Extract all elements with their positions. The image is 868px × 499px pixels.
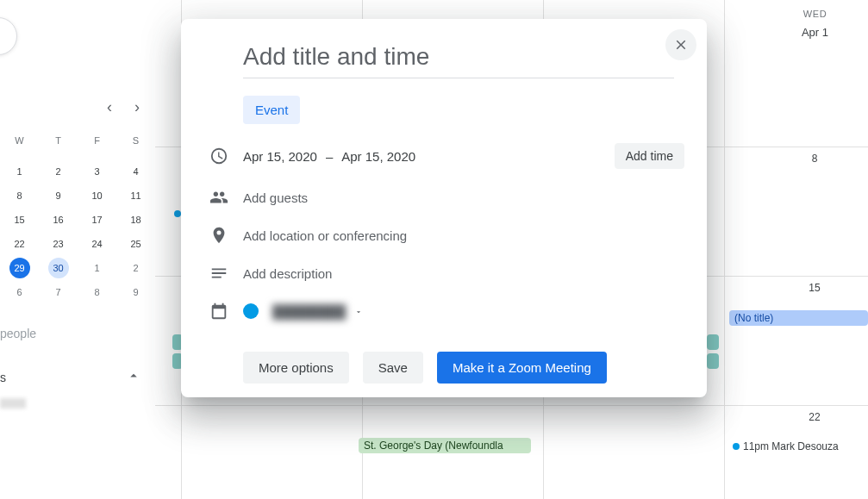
sidebar: ‹ › WTFS 1234891011151617182223242529301…	[0, 0, 155, 499]
mini-cal-day[interactable]: 23	[39, 232, 78, 256]
people-icon	[209, 188, 228, 207]
mini-cal-day[interactable]: 17	[78, 208, 116, 232]
grid-day-number[interactable]: 22	[724, 406, 868, 428]
event-chip-holiday[interactable]: St. George's Day (Newfoundla	[359, 438, 531, 453]
calendar-selector[interactable]: ████████	[243, 303, 693, 319]
mini-cal-day[interactable]: 16	[39, 208, 78, 232]
mini-cal-day[interactable]: 9	[39, 184, 78, 208]
event-dot-icon	[733, 443, 740, 450]
event-title-input[interactable]	[243, 40, 674, 78]
end-date-button[interactable]: Apr 15, 2020	[341, 149, 415, 164]
close-button[interactable]	[665, 29, 696, 60]
mini-cal-day[interactable]: 4	[116, 159, 155, 184]
search-people-input[interactable]: people	[0, 320, 155, 347]
calendar-icon	[209, 302, 228, 321]
mini-cal-day[interactable]: 29	[0, 256, 39, 280]
day-of-week-label: WED	[725, 9, 868, 19]
close-icon	[673, 37, 689, 53]
mini-cal-day[interactable]: 6	[0, 280, 39, 304]
mini-cal-day[interactable]: 30	[39, 256, 78, 280]
calendar-name-label: ████████	[272, 304, 346, 319]
mini-cal-day[interactable]: 7	[39, 280, 78, 304]
zoom-meeting-button[interactable]: Make it a Zoom Meeting	[437, 352, 607, 384]
save-button[interactable]: Save	[363, 352, 423, 384]
mini-cal-day[interactable]: 8	[0, 184, 39, 208]
chevron-down-icon	[354, 304, 363, 319]
event-dot-icon	[174, 210, 181, 217]
add-guests-field[interactable]: Add guests	[243, 190, 693, 205]
event-tab[interactable]: Event	[243, 96, 300, 124]
mini-cal-day[interactable]: 9	[116, 280, 155, 304]
description-icon	[209, 264, 228, 283]
start-date-button[interactable]: Apr 15, 2020	[243, 149, 317, 164]
grid-day-number[interactable]: 15	[724, 277, 868, 299]
mini-cal-day[interactable]: 8	[78, 280, 116, 304]
event-row[interactable]: 11pm Mark Desouza	[733, 438, 839, 453]
calendars-section-label: s	[0, 371, 6, 384]
event-label: 11pm Mark Desouza	[743, 440, 839, 452]
more-options-button[interactable]: More options	[243, 352, 349, 384]
event-chip-no-title[interactable]: (No title)	[729, 310, 868, 326]
mini-cal-day[interactable]: 2	[39, 159, 78, 184]
mini-cal-day[interactable]: 22	[0, 232, 39, 256]
avatar	[0, 398, 26, 409]
mini-cal-dow: T	[39, 128, 78, 153]
mini-cal-day[interactable]: 15	[0, 208, 39, 232]
day-of-month-label: Apr 1	[725, 26, 868, 39]
mini-cal-dow: S	[116, 128, 155, 153]
add-location-field[interactable]: Add location or conferencing	[243, 228, 693, 243]
quick-add-event-dialog: Event Apr 15, 2020 – Apr 15, 2020 Add ti…	[181, 19, 707, 397]
mini-cal-dow: W	[0, 128, 39, 153]
mini-calendar: WTFS 12348910111516171822232425293012678…	[0, 128, 155, 304]
mini-cal-day[interactable]: 10	[78, 184, 116, 208]
mini-cal-day[interactable]: 18	[116, 208, 155, 232]
mini-cal-day[interactable]: 25	[116, 232, 155, 256]
mini-cal-day[interactable]: 3	[78, 159, 116, 184]
mini-cal-prev-icon[interactable]: ‹	[107, 98, 112, 116]
chevron-up-icon[interactable]	[126, 368, 141, 386]
mini-cal-day[interactable]: 1	[78, 256, 116, 280]
add-description-field[interactable]: Add description	[243, 266, 693, 281]
mini-cal-day[interactable]: 24	[78, 232, 116, 256]
event-chip[interactable]	[707, 334, 719, 350]
mini-cal-day[interactable]: 11	[116, 184, 155, 208]
mini-cal-day[interactable]: 2	[116, 256, 155, 280]
event-chip[interactable]	[707, 353, 719, 369]
location-icon	[209, 226, 228, 245]
clock-icon	[209, 147, 228, 165]
mini-cal-dow: F	[78, 128, 116, 153]
add-time-button[interactable]: Add time	[615, 143, 684, 169]
mini-cal-day[interactable]: 1	[0, 159, 39, 184]
grid-day-number[interactable]: 8	[724, 147, 868, 170]
create-button[interactable]	[0, 17, 17, 55]
mini-cal-next-icon[interactable]: ›	[134, 98, 140, 116]
calendar-color-dot	[243, 303, 259, 319]
